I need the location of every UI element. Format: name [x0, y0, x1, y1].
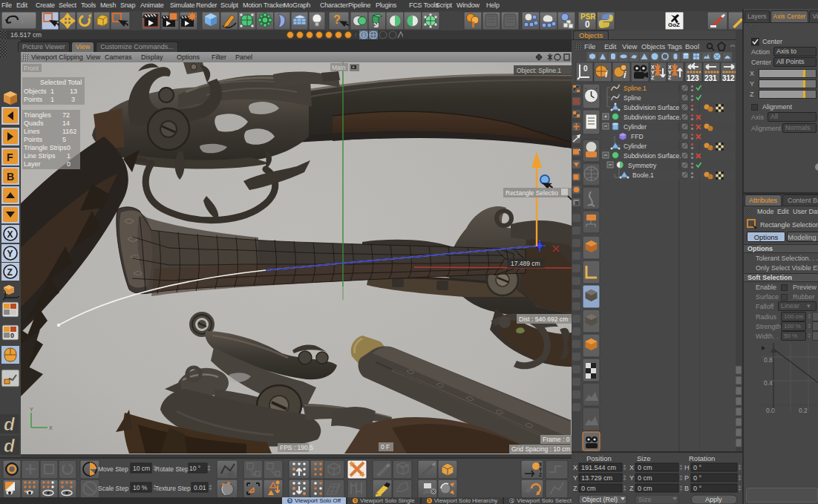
svg-text:Objects: Objects	[24, 88, 47, 95]
svg-text:Rectangle Selectio: Rectangle Selectio	[505, 189, 558, 197]
svg-text:17.489 cm: 17.489 cm	[511, 260, 540, 267]
svg-text:‡: ‡	[679, 464, 683, 471]
svg-text:0 cm: 0 cm	[581, 485, 596, 492]
svg-text:0.8: 0.8	[764, 356, 773, 364]
svg-text:Symmetry: Symmetry	[628, 162, 657, 169]
svg-text:B: B	[7, 171, 14, 183]
svg-text:Y: Y	[7, 249, 13, 259]
svg-text:X: X	[539, 462, 543, 467]
svg-text:Rotate Step: Rotate Step	[155, 465, 189, 473]
svg-text:Spline.1: Spline.1	[624, 85, 647, 92]
svg-text:0.4: 0.4	[764, 379, 773, 387]
svg-text:1: 1	[50, 96, 54, 103]
svg-text:Frame : 0: Frame : 0	[543, 436, 570, 443]
svg-text:Z: Z	[668, 75, 672, 80]
svg-text:Object (Rel): Object (Rel)	[582, 496, 618, 503]
svg-text:Points: Points	[24, 136, 43, 143]
svg-text:X: X	[49, 425, 53, 431]
svg-text:B: B	[684, 485, 689, 492]
svg-text:Y: Y	[30, 407, 33, 412]
svg-text:231: 231	[704, 74, 717, 82]
svg-text:Z: Z	[573, 485, 577, 492]
svg-text:P: P	[684, 474, 689, 482]
svg-text:Z: Z	[539, 472, 542, 477]
svg-text:Subdivision Surface.2: Subdivision Surface.2	[624, 152, 684, 160]
svg-text:10 cm: 10 cm	[133, 465, 150, 472]
svg-text:‡: ‡	[738, 485, 742, 492]
svg-text:Front: Front	[24, 65, 39, 72]
svg-text:d: d	[4, 436, 16, 456]
svg-text:Object: Spline.1: Object: Spline.1	[517, 67, 561, 74]
svg-text:X: X	[629, 464, 634, 471]
svg-text:1: 1	[50, 88, 54, 95]
svg-text:0 F: 0 F	[381, 443, 390, 451]
svg-text:FPS : 190.5: FPS : 190.5	[280, 444, 313, 451]
svg-text:0: 0	[585, 19, 590, 30]
svg-text:‡: ‡	[623, 474, 626, 482]
svg-text:‡: ‡	[623, 464, 626, 471]
svg-text:Grid Spacing : 10 cm: Grid Spacing : 10 cm	[511, 445, 570, 453]
svg-text:0: 0	[583, 65, 588, 73]
svg-text:X: X	[7, 229, 13, 240]
svg-text:0: 0	[67, 160, 71, 168]
svg-text:Y: Y	[629, 474, 634, 482]
svg-text:Y: Y	[573, 474, 577, 482]
svg-text:0 °: 0 °	[693, 464, 702, 471]
svg-text:0.01: 0.01	[194, 484, 206, 491]
svg-text:Size: Size	[638, 496, 652, 503]
svg-text:‡: ‡	[209, 484, 212, 491]
svg-text:0: 0	[10, 332, 14, 339]
svg-text:Layer: Layer	[24, 160, 41, 168]
svg-text:Selected Total: Selected Total	[40, 79, 82, 86]
svg-text:10 %: 10 %	[133, 484, 148, 491]
svg-text:i: i	[605, 68, 608, 79]
svg-text:X: X	[668, 65, 672, 70]
svg-text:Line Strips: Line Strips	[24, 152, 56, 160]
svg-text:d: d	[4, 414, 16, 434]
svg-text:‡: ‡	[623, 485, 626, 492]
svg-text:Z: Z	[651, 75, 655, 80]
svg-text:Dist : 540.692 cm: Dist : 540.692 cm	[519, 315, 568, 323]
svg-text:3: 3	[71, 96, 75, 103]
svg-text:?: ?	[333, 13, 341, 26]
svg-text:Boole.1: Boole.1	[632, 171, 654, 179]
svg-text:‡: ‡	[679, 474, 683, 482]
svg-text:Scale Step: Scale Step	[98, 485, 128, 492]
svg-text:312: 312	[722, 74, 735, 82]
svg-text:Quads: Quads	[24, 120, 44, 127]
svg-text:10 °: 10 °	[189, 465, 200, 472]
svg-text:191.544 cm: 191.544 cm	[581, 464, 616, 471]
svg-text:0 cm: 0 cm	[638, 474, 652, 482]
svg-text:Cylinder: Cylinder	[624, 143, 647, 150]
svg-text:5: 5	[62, 136, 66, 143]
svg-text:‡: ‡	[738, 464, 742, 471]
svg-text:f: f	[355, 32, 357, 39]
svg-text:Main: Main	[332, 64, 346, 71]
svg-text:0: 0	[67, 144, 71, 151]
svg-text:1: 1	[67, 152, 71, 160]
svg-text:Subdivision Surface.1: Subdivision Surface.1	[624, 114, 684, 121]
svg-text:Move Step: Move Step	[98, 465, 128, 473]
svg-text:1162: 1162	[62, 128, 76, 135]
svg-text:X: X	[651, 65, 655, 70]
svg-text:13.729 cm: 13.729 cm	[581, 474, 612, 482]
svg-text:0 cm: 0 cm	[638, 464, 652, 471]
svg-text:0 cm: 0 cm	[638, 485, 652, 492]
svg-text:123: 123	[687, 74, 699, 82]
svg-text:‡: ‡	[679, 485, 683, 492]
svg-text:Triangles: Triangles	[24, 111, 51, 119]
svg-text:13: 13	[70, 88, 77, 95]
svg-text:FFD: FFD	[631, 133, 644, 140]
svg-text:Points: Points	[24, 96, 43, 103]
svg-text:i: i	[624, 69, 626, 80]
svg-text:0.0: 0.0	[766, 407, 775, 414]
svg-text:Subdivision Surface: Subdivision Surface	[624, 104, 679, 111]
svg-text:GoZ: GoZ	[668, 22, 680, 28]
svg-text:Triangle Strips: Triangle Strips	[24, 144, 67, 151]
svg-text:Z: Z	[7, 267, 13, 278]
svg-text:72: 72	[62, 111, 70, 119]
svg-text:0 °: 0 °	[693, 485, 702, 492]
svg-text:0.2: 0.2	[799, 407, 808, 414]
svg-text:0 °: 0 °	[693, 474, 702, 482]
svg-text:F: F	[7, 151, 13, 163]
